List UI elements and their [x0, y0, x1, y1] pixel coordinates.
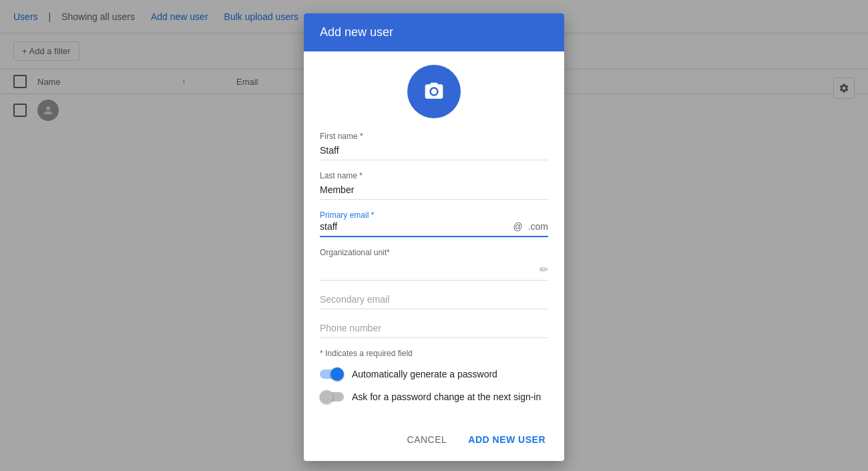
- secondary-email-input[interactable]: [320, 291, 548, 309]
- phone-field: [320, 320, 548, 338]
- change-password-toggle-row: Ask for a password change at the next si…: [320, 390, 548, 404]
- phone-input[interactable]: [320, 320, 548, 338]
- auto-password-label: Automatically generate a password: [352, 369, 497, 379]
- dialog-header: Add new user: [304, 13, 564, 51]
- auto-password-toggle[interactable]: [320, 367, 344, 381]
- first-name-field: First name *: [320, 132, 548, 160]
- auto-password-toggle-row: Automatically generate a password: [320, 367, 548, 381]
- org-unit-label: Organizational unit*: [320, 248, 548, 257]
- email-at: @: [513, 221, 522, 232]
- primary-email-input[interactable]: [320, 221, 507, 232]
- change-password-thumb: [320, 390, 333, 404]
- photo-upload-area: [320, 65, 548, 118]
- add-new-user-button[interactable]: ADD NEW USER: [460, 429, 554, 450]
- change-password-toggle[interactable]: [320, 390, 344, 404]
- add-user-dialog: Add new user First name * Last name * Pr…: [304, 13, 564, 461]
- dialog-footer: CANCEL ADD NEW USER: [304, 424, 564, 461]
- email-domain: .com: [528, 221, 548, 232]
- first-name-input[interactable]: [320, 142, 548, 160]
- org-unit-row: ✏: [320, 259, 548, 281]
- primary-email-label: Primary email *: [320, 210, 548, 220]
- last-name-field: Last name *: [320, 171, 548, 200]
- secondary-email-field: [320, 291, 548, 309]
- photo-upload-button[interactable]: [407, 65, 461, 118]
- dialog-title: Add new user: [320, 25, 393, 39]
- dialog-body: First name * Last name * Primary email *…: [304, 51, 564, 424]
- first-name-label: First name *: [320, 132, 548, 141]
- org-unit-input[interactable]: [320, 259, 539, 276]
- last-name-input[interactable]: [320, 182, 548, 200]
- org-unit-field: Organizational unit* ✏: [320, 248, 548, 281]
- auto-password-thumb: [331, 367, 344, 381]
- required-note: * Indicates a required field: [320, 349, 548, 358]
- primary-email-field: Primary email * @ .com: [320, 210, 548, 237]
- edit-icon[interactable]: ✏: [539, 263, 548, 276]
- primary-email-row: @ .com: [320, 221, 548, 237]
- change-password-label: Ask for a password change at the next si…: [352, 391, 541, 402]
- cancel-button[interactable]: CANCEL: [399, 429, 455, 450]
- last-name-label: Last name *: [320, 171, 548, 180]
